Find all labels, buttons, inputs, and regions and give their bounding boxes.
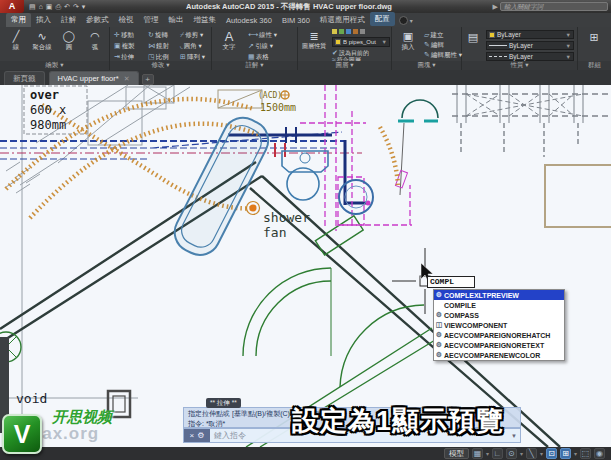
workspace-icon[interactable]: ◉ xyxy=(594,448,605,459)
help-search-input[interactable]: 輸入關鍵字詞 xyxy=(500,2,608,11)
redo-icon[interactable]: ↷ xyxy=(73,0,79,13)
tab-autodesk360[interactable]: Autodesk 360 xyxy=(221,14,277,27)
tab-manage[interactable]: 管理 xyxy=(139,13,164,27)
panel-label-draw[interactable]: 繪製 ▾ xyxy=(0,61,109,70)
tab-layout[interactable]: 配置 xyxy=(370,12,395,26)
copy-button[interactable]: ▣複製 xyxy=(114,42,135,51)
polyline-button[interactable]: ∿ 聚合線 xyxy=(29,30,55,50)
search-expand-icon[interactable]: ▶ xyxy=(493,3,498,11)
move-button[interactable]: ✛移動 xyxy=(114,31,134,40)
arc-icon: ◠ xyxy=(82,30,108,43)
panel-label-block[interactable]: 圖塊 ▾ xyxy=(392,61,461,70)
watermark-logo: V xyxy=(2,414,42,454)
insert-block-button[interactable]: ▣ 插入 xyxy=(395,30,421,50)
file-tab-hvac[interactable]: HVAC upper floor*✕ xyxy=(49,71,139,85)
circle-button[interactable]: ◯ 圓 xyxy=(56,30,82,50)
ortho-icon[interactable]: ╲ xyxy=(526,448,537,459)
group-button[interactable]: ⊞ xyxy=(582,31,606,44)
edit-block-button[interactable]: ✎編輯 xyxy=(424,41,444,50)
text-icon: A xyxy=(216,30,242,43)
osnap-icon[interactable]: ⊡ xyxy=(546,448,557,459)
door-top-right xyxy=(395,100,438,195)
create-block-button[interactable]: ▱建立 xyxy=(424,31,443,40)
drawing-canvas[interactable]: over 600 x 980mm (ACD) 1500mm shower fan… xyxy=(0,85,611,447)
save-icon[interactable]: ▣ xyxy=(46,0,53,13)
linetype-dropdown[interactable]: ByLayer ▼ xyxy=(486,52,574,61)
autocomplete-item[interactable]: ⚙AECVCOMPARENEWCOLOR xyxy=(434,350,564,360)
chevron-down-icon: ▼ xyxy=(566,32,571,38)
panel-label-groups[interactable]: 群組 xyxy=(578,61,611,70)
toilet xyxy=(282,151,328,200)
autocomplete-item[interactable]: ⚙COMPLEXLTPREVIEW xyxy=(434,290,564,300)
open-icon[interactable]: ⌂ xyxy=(39,0,43,13)
move-icon: ✛ xyxy=(114,31,120,38)
ribbon-minimize-icon[interactable]: ▾ xyxy=(410,17,413,24)
tab-output[interactable]: 輸出 xyxy=(164,13,189,27)
sysvar-icon: ⚙ xyxy=(434,311,444,319)
chevron-down-icon[interactable]: ▾ xyxy=(520,450,523,457)
view-component-icon: ◫ xyxy=(434,321,444,329)
tab-home[interactable]: 常用 xyxy=(6,13,31,27)
autocomplete-item[interactable]: ⚙AECVCOMPAREIGNOREHATCH xyxy=(434,330,564,340)
autocomplete-item[interactable]: COMPILE xyxy=(434,300,564,310)
text-button[interactable]: A 文字 xyxy=(216,30,242,50)
new-drawing-tab-button[interactable]: + xyxy=(142,74,154,85)
chevron-down-icon[interactable]: ▾ xyxy=(540,450,543,457)
edit-attributes-button[interactable]: ✎編輯屬性 ▾ xyxy=(424,51,462,60)
bathtub xyxy=(168,111,275,262)
customize-icon[interactable]: ⚙ xyxy=(197,431,204,440)
recent-commands-icon[interactable]: ▼ xyxy=(511,433,517,439)
lineweight-dropdown[interactable]: ByLayer ▼ xyxy=(486,41,574,50)
layer-state-icons[interactable] xyxy=(332,29,365,34)
new-icon[interactable]: ▤ xyxy=(29,0,36,13)
grid-icon[interactable]: ▦ xyxy=(472,448,483,459)
close-icon[interactable]: ✕ xyxy=(124,75,130,82)
line-button[interactable]: ╱ 線 xyxy=(3,30,29,50)
plot-icon[interactable]: ⎙ xyxy=(55,0,61,13)
panel-label-layers[interactable]: 圖層 ▾ xyxy=(298,61,391,70)
color-swatch xyxy=(489,32,495,38)
tab-insert[interactable]: 插入 xyxy=(31,13,56,27)
array-icon: ⊞ xyxy=(180,53,186,60)
panel-label-modify[interactable]: 修改 ▾ xyxy=(110,61,211,70)
ribbon-state-icon[interactable] xyxy=(399,16,408,25)
autocomplete-item[interactable]: ⚙COMPASS xyxy=(434,310,564,320)
fillet-button[interactable]: ◟圓角 ▾ xyxy=(180,42,202,51)
color-dropdown[interactable]: ByLayer ▼ xyxy=(486,30,574,39)
drawing-area[interactable]: over 600 x 980mm (ACD) 1500mm shower fan… xyxy=(0,85,611,447)
tab-bim360[interactable]: BIM 360 xyxy=(277,14,315,27)
object-tracking-icon[interactable]: ⊞ xyxy=(560,448,571,459)
autocomplete-item[interactable]: ◫VIEWCOMPONENT xyxy=(434,320,564,330)
edit-attributes-icon: ✎ xyxy=(424,51,430,58)
mirror-button[interactable]: ⋈鏡射 xyxy=(148,42,169,51)
polar-tracking-icon[interactable]: ⊙ xyxy=(506,448,517,459)
close-icon[interactable]: × xyxy=(190,431,195,440)
tab-view[interactable]: 檢視 xyxy=(114,13,139,27)
tab-featured-apps[interactable]: 精選應用程式 xyxy=(315,13,370,27)
panel-label-annotate[interactable]: 註解 ▾ xyxy=(212,61,297,70)
rotate-button[interactable]: ↻旋轉 xyxy=(148,31,168,40)
app-menu-button[interactable]: A xyxy=(0,0,24,13)
window-title: Autodesk AutoCAD 2015 - 不得轉售 HVAC upper … xyxy=(85,2,492,12)
linear-dim-button[interactable]: ⟷線性 ▾ xyxy=(248,31,277,40)
chevron-down-icon[interactable]: ▾ xyxy=(574,450,577,457)
layer-dropdown[interactable]: B pipes_Out ▼ xyxy=(332,37,390,47)
tab-parametric[interactable]: 參數式 xyxy=(81,13,114,27)
tab-annotate[interactable]: 註解 xyxy=(56,13,81,27)
command-typed-input[interactable]: COMPL xyxy=(427,276,475,288)
properties-palette-button[interactable]: ▤ xyxy=(463,31,483,44)
insert-block-icon: ▣ xyxy=(395,30,421,43)
autocomplete-item[interactable]: ⚙AECVCOMPAREIGNORETEXT xyxy=(434,340,564,350)
undo-icon[interactable]: ↶ xyxy=(64,0,70,13)
leader-button[interactable]: ↗引線 ▾ xyxy=(248,42,273,51)
arc-button[interactable]: ◠ 弧 xyxy=(82,30,108,50)
annotation-scale-icon[interactable]: ⬚ xyxy=(580,448,591,459)
layer-properties-button[interactable]: ≣ 圖層性質 xyxy=(299,30,329,50)
snap-icon[interactable]: ∟ xyxy=(492,448,503,459)
panel-label-properties[interactable]: 性質 ▾ xyxy=(462,61,577,70)
model-space-button[interactable]: 模型 xyxy=(444,448,469,459)
file-tab-new[interactable]: 新頁籤 xyxy=(4,71,45,85)
chevron-down-icon[interactable]: ▾ xyxy=(486,450,489,457)
tab-addins[interactable]: 增益集 xyxy=(189,13,222,27)
trim-button[interactable]: ⌿修剪 ▾ xyxy=(180,31,203,40)
